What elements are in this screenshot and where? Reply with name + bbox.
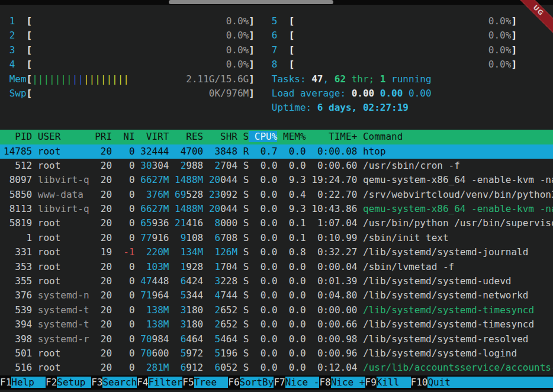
fkey-f4[interactable]: F4	[137, 377, 148, 388]
process-row-selected[interactable]: 14785 root 20 0 32444 4700 3848 R 0.7 0.…	[0, 144, 553, 159]
process-row[interactable]: 539 systemd-t 20 0 138M 3180 2652 S 0.0 …	[0, 303, 553, 317]
mem-value: 126M	[215, 246, 238, 258]
fkey-f5[interactable]: F5	[182, 377, 194, 388]
meter-bracket: ]	[511, 44, 517, 56]
text	[169, 290, 175, 301]
fkey-action-nice[interactable]: Nice -	[285, 377, 320, 388]
fkey-f7[interactable]: F7	[274, 377, 285, 388]
process-row[interactable]: 5819 root 20 0 65936 21416 8000 S 0.0 0.…	[0, 216, 553, 230]
text	[169, 189, 175, 200]
mem-value: 1	[215, 261, 221, 272]
process-row[interactable]: 331 root 19 -1 220M 134M 126M S 0.0 0.8 …	[0, 245, 553, 259]
mem-value: 103M	[146, 261, 169, 272]
fkey-action-filter[interactable]: Filter	[148, 377, 182, 388]
column-header-res[interactable]: RES	[169, 131, 203, 142]
column-header-s[interactable]: S	[237, 131, 249, 142]
text	[32, 59, 226, 70]
process-row[interactable]: 398 systemd-r 20 0 70984 6464 5464 S 0.0…	[0, 332, 553, 346]
column-header-pid[interactable]: PID	[4, 131, 32, 142]
load-15min: 0.00	[409, 88, 432, 99]
text	[294, 15, 488, 27]
process-row[interactable]: 353 root 20 0 103M 1928 1704 S 0.0 0.0 0…	[0, 260, 553, 274]
nice-cell: 0	[129, 217, 135, 229]
process-row[interactable]: 516 root 20 0 281M 6912 6052 S 0.0 0.0 0…	[0, 361, 553, 375]
text	[169, 160, 175, 171]
state-cell: S	[243, 217, 249, 229]
fkey-f3[interactable]: F3	[91, 377, 102, 388]
fkey-f9[interactable]: F9	[365, 377, 377, 388]
mem-value: 23	[209, 189, 220, 200]
text	[249, 319, 255, 330]
text	[175, 146, 181, 157]
fkey-action-tree[interactable]: Tree	[194, 377, 229, 388]
column-header-virt[interactable]: VIRT	[135, 131, 169, 142]
text	[255, 30, 272, 41]
function-key-bar[interactable]: F1Help F2Setup F3SearchF4FilterF5Tree F6…	[0, 375, 553, 390]
cpu-meter-row: 2 [ 0.0%] 6 [ 0.0%]	[0, 28, 553, 43]
text	[306, 304, 312, 316]
table-header[interactable]: PID USER PRI NI VIRT RES SHR S CPU% MEM%…	[0, 130, 553, 144]
text	[169, 319, 175, 330]
text	[357, 217, 363, 229]
text	[175, 333, 181, 345]
column-header-command[interactable]: Command	[357, 131, 403, 142]
process-row[interactable]: 376 systemd-n 20 0 71964 5344 4744 S 0.0…	[0, 288, 553, 303]
fkey-action-sortby[interactable]: SortBy	[240, 377, 274, 388]
column-header-time[interactable]: TIME+	[306, 131, 358, 142]
text	[357, 319, 363, 330]
text	[209, 146, 215, 157]
process-row[interactable]: 8113 libvirt-q 20 0 6627M 1488M 20044 S …	[0, 202, 553, 216]
text	[237, 333, 243, 345]
pid-cell: 394	[4, 319, 32, 330]
fkey-f2[interactable]: F2	[46, 377, 57, 388]
text	[306, 203, 312, 214]
text	[249, 290, 255, 301]
process-row[interactable]: 394 systemd-t 20 0 138M 3180 2652 S 0.0 …	[0, 317, 553, 332]
mem-value: 30	[140, 160, 152, 171]
cpu-cell: 0.0	[255, 217, 278, 229]
text	[89, 290, 95, 301]
pid-cell: 398	[4, 333, 32, 345]
text: 000	[220, 217, 237, 229]
text	[249, 232, 255, 243]
process-row[interactable]: 8097 libvirt-q 20 0 6627M 1488M 20044 S …	[0, 173, 553, 187]
text	[32, 333, 38, 345]
text	[237, 217, 243, 229]
fkey-f10[interactable]: F10	[411, 377, 428, 388]
fkey-action-quit[interactable]: Quit	[427, 377, 553, 388]
process-row[interactable]: 501 root 20 0 70600 5972 5196 S 0.0 0.0 …	[0, 346, 553, 361]
fkey-action-search[interactable]: Search	[102, 377, 137, 388]
text	[209, 333, 215, 345]
fkey-action-setup[interactable]: Setup	[57, 377, 91, 388]
fkey-f8[interactable]: F8	[319, 377, 330, 388]
fkey-action-nice[interactable]: Nice +	[331, 377, 365, 388]
state-cell: S	[243, 232, 249, 243]
column-header-mem[interactable]: MEM%	[277, 131, 306, 142]
text	[357, 333, 363, 345]
mem-value: 77	[140, 232, 152, 243]
column-header-cpu[interactable]: CPU%	[249, 131, 277, 142]
fkey-f6[interactable]: F6	[228, 377, 239, 388]
column-header-ni[interactable]: NI	[112, 131, 135, 142]
pid-cell: 516	[4, 362, 32, 373]
text	[306, 246, 312, 258]
fkey-f1[interactable]: F1	[0, 377, 11, 388]
fkey-action-help[interactable]: Help	[11, 377, 46, 388]
process-row[interactable]: 1 root 20 0 77916 9108 6708 S 0.0 0.1 0:…	[0, 231, 553, 245]
text	[169, 217, 175, 229]
command-cell: /srv/webvirtcloud/venv/bin/python3	[363, 189, 553, 200]
mem-value: 2	[215, 319, 221, 330]
process-row[interactable]: 512 root 20 0 30304 2988 2704 S 0.0 0.0 …	[0, 159, 553, 173]
mem-value: 9	[181, 232, 187, 243]
column-header-user[interactable]: USER	[32, 131, 89, 142]
column-header-pri[interactable]: PRI	[89, 131, 112, 142]
process-row[interactable]: 355 root 20 0 47448 6424 3228 S 0.0 0.0 …	[0, 274, 553, 288]
mem-value: 2	[181, 160, 187, 171]
column-header-shr[interactable]: SHR	[203, 131, 237, 142]
fkey-action-kill[interactable]: Kill	[377, 377, 411, 388]
process-row[interactable]: 5850 www-data 20 0 376M 69528 23092 S 0.…	[0, 188, 553, 202]
pid-cell: 331	[4, 246, 32, 258]
text	[135, 146, 141, 157]
time-cell: 0:00.60	[311, 160, 357, 171]
mem-value: 6	[215, 362, 221, 373]
